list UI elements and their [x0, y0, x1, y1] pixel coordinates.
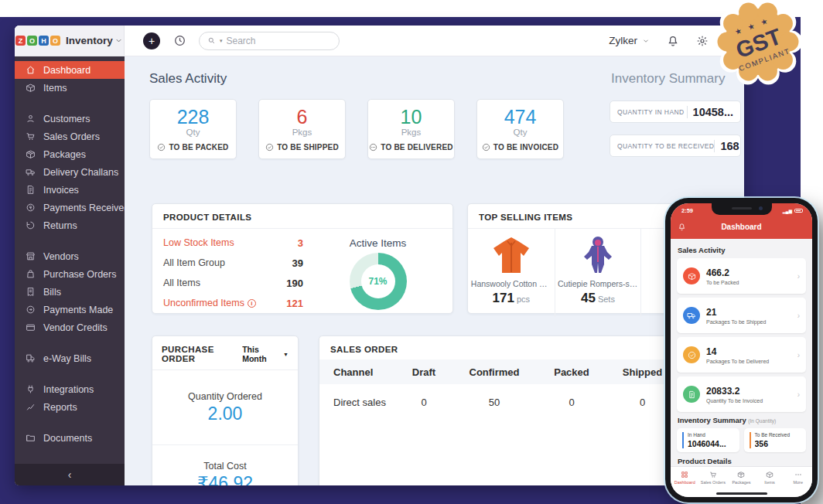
label: Packages To be Shipped [706, 319, 766, 325]
zoho-logo[interactable]: Z O H O Inventory [15, 26, 125, 56]
quantity-ordered-label: Quantity Ordered [188, 391, 262, 402]
value: 14 [706, 346, 769, 357]
home-icon [26, 65, 36, 75]
sidebar-item-payments-received[interactable]: Payments Received [15, 199, 125, 216]
sidebar-item-integrations[interactable]: Integrations [15, 380, 125, 398]
all-item-group-row[interactable]: All Item Group 39 [163, 253, 303, 273]
sidebar-item-delivery-challans[interactable]: Delivery Challans [15, 163, 125, 181]
chevron-down-icon[interactable] [114, 36, 123, 45]
low-stock-items-row[interactable]: Low Stock Items 3 [163, 233, 303, 253]
sidebar-item-items[interactable]: Items [15, 79, 125, 97]
tab-label: Items [764, 480, 774, 485]
quantity-to-be-received-row[interactable]: QUANTITY TO BE RECEIVED 168 [610, 135, 741, 157]
store-icon [26, 251, 36, 261]
value: 356 [755, 439, 801, 448]
quick-create-button[interactable]: + [143, 32, 160, 49]
phone-to-be-invoiced-card[interactable]: 20833.2 Quantity To be Invoiced › [677, 376, 806, 412]
row-value: 190 [286, 278, 303, 289]
tab-dashboard[interactable]: Dashboard [671, 471, 699, 485]
caret-down-icon: ▼ [283, 352, 289, 357]
label: Packages To be Delivered [706, 359, 769, 364]
phone-in-hand-card[interactable]: In Hand 1046044... [677, 428, 739, 452]
logo-letter: H [39, 36, 49, 46]
settings-button[interactable] [696, 35, 709, 47]
search-icon [207, 36, 216, 45]
sidebar-item-vendor-credits[interactable]: Vendor Credits [15, 318, 125, 336]
card-unit: Pkgs [401, 128, 422, 137]
purchase-order-period-dropdown[interactable]: This Month ▼ [242, 345, 289, 363]
sidebar-item-reports[interactable]: Reports [15, 398, 125, 416]
tab-packages[interactable]: Packages [727, 471, 756, 485]
phone-to-be-packed-card[interactable]: 466.2 To be Packed › [677, 258, 806, 294]
info-icon[interactable]: i [248, 299, 256, 308]
all-items-row[interactable]: All Items 190 [163, 273, 303, 293]
label: Quantity To be Invoiced [706, 398, 763, 404]
top-selling-item[interactable]: Hanswooly Cotton Cas... 171pcs [468, 229, 555, 317]
document-icon [683, 386, 700, 403]
sidebar-item-vendors[interactable]: Vendors [15, 247, 125, 265]
chevron-right-icon: › [797, 390, 800, 399]
to-be-delivered-card[interactable]: 10 Pkgs TO BE DELIVERED [367, 99, 455, 159]
document-icon [26, 185, 36, 195]
card-value: 6 [297, 107, 308, 127]
phone-notch [712, 203, 772, 215]
sidebar-item-purchase-orders[interactable]: Purchase Orders [15, 265, 125, 283]
to-be-invoiced-card[interactable]: 474 Qty TO BE INVOICED [476, 99, 564, 159]
sidebar-item-payments-made[interactable]: Payments Made [15, 301, 125, 318]
sidebar-item-dashboard[interactable]: Dashboard [15, 61, 125, 79]
phone-to-be-delivered-card[interactable]: 14 Packages To be Delivered › [677, 337, 806, 373]
sidebar: Dashboard Items Customers Sales Orders [15, 56, 125, 485]
user-icon [26, 114, 36, 124]
active-items-donut-chart[interactable]: 71% [350, 253, 407, 310]
tab-sales-orders[interactable]: Sales Orders [699, 471, 728, 485]
sidebar-collapse-button[interactable]: ‹ [15, 464, 125, 485]
to-be-shipped-card[interactable]: 6 Pkgs TO BE SHIPPED [258, 99, 346, 159]
circle-check-icon [157, 143, 166, 152]
card-label: TO BE DELIVERED [381, 143, 452, 152]
sidebar-item-customers[interactable]: Customers [15, 110, 125, 128]
notifications-button[interactable] [667, 35, 679, 47]
label: To Be Received [755, 432, 801, 438]
gst-compliant-badge: ★ ★ ★ GST COMPLIANT [712, 0, 804, 87]
chart-icon [26, 402, 36, 412]
donut-percent: 71% [368, 276, 387, 287]
to-be-packed-card[interactable]: 228 Qty TO BE PACKED [149, 99, 237, 159]
phone-to-be-received-card[interactable]: To Be Received 356 [744, 428, 807, 452]
card-unit: Qty [186, 128, 200, 137]
sidebar-item-bills[interactable]: Bills [15, 283, 125, 301]
product-qty: 45 [581, 291, 596, 305]
panel-title: SALES ORDER [330, 345, 398, 354]
search-scope-caret[interactable]: ▾ [220, 38, 223, 44]
bell-icon[interactable] [678, 223, 686, 231]
sidebar-item-label: Vendor Credits [43, 322, 108, 333]
sidebar-item-eway-bills[interactable]: e-Way Bills [15, 349, 125, 367]
account-menu[interactable]: Zylker [609, 35, 650, 46]
return-icon [26, 220, 36, 230]
sidebar-item-label: Invoices [43, 185, 79, 196]
top-selling-item[interactable]: Cutiepie Rompers-spo... 45Sets [555, 229, 641, 317]
tab-label: More [793, 480, 803, 485]
sidebar-item-label: Customers [43, 114, 90, 124]
phone-to-be-shipped-card[interactable]: 21 Packages To be Shipped › [677, 298, 806, 333]
grid-icon [681, 471, 688, 478]
sidebar-item-packages[interactable]: Packages [15, 145, 125, 163]
card-value: 474 [504, 107, 537, 127]
unconfirmed-items-row[interactable]: Unconfirmed Items i 121 [163, 293, 303, 313]
tab-items[interactable]: Items [756, 471, 784, 485]
sidebar-item-label: Documents [43, 433, 92, 444]
product-unit: Sets [598, 295, 615, 304]
sidebar-item-returns[interactable]: Returns [15, 216, 125, 234]
search-input[interactable]: ▾ Search [199, 32, 340, 50]
logo-letter: O [50, 36, 60, 46]
value: 21 [706, 307, 766, 318]
panel-title: PURCHASE ORDER [162, 345, 242, 363]
phone-home-indicator[interactable] [716, 492, 767, 495]
sidebar-item-sales-orders[interactable]: Sales Orders [15, 128, 125, 145]
sidebar-item-documents[interactable]: Documents [15, 429, 125, 447]
plug-icon [26, 384, 36, 394]
quantity-in-hand-row[interactable]: QUANTITY IN HAND 10458... [610, 100, 741, 123]
tab-more[interactable]: More [784, 471, 812, 485]
recent-history-button[interactable] [173, 34, 186, 47]
sidebar-item-invoices[interactable]: Invoices [15, 181, 125, 199]
column-header: Packed [538, 366, 606, 378]
